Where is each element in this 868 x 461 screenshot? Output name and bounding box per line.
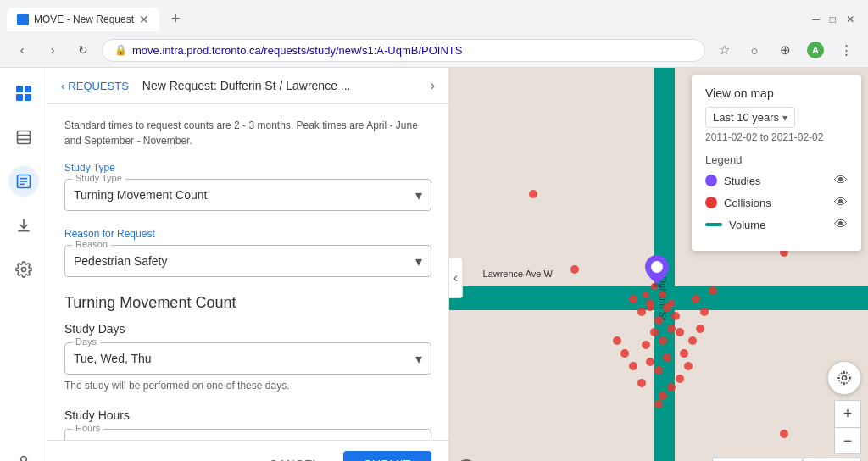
sidebar-item-user[interactable] [8,447,39,461]
reason-arrow-icon: ▾ [415,253,422,269]
collision-dot [684,362,693,370]
bookmark-button[interactable]: ☆ [712,38,736,62]
collapse-map-handle[interactable]: ‹ [449,258,463,298]
legend-panel-title: View on map [705,86,848,100]
reason-field[interactable]: Reason Pedestrian Safety ▾ [64,245,431,277]
study-hours-floating-label: Hours [72,423,103,433]
legend-filter: Last 10 years ▾ [705,107,848,128]
reason-section-label: Reason for Request [64,228,431,240]
zoom-out-button[interactable]: − [834,427,861,454]
legend-item-volume: Volume 👁 [705,217,848,232]
legend-panel: View on map Last 10 years ▾ 2011-02-02 t… [692,75,861,251]
collision-dot [680,349,688,358]
study-days-floating-label: Days [72,336,100,347]
study-hours-label: Study Hours [64,408,431,422]
svg-point-17 [651,261,663,273]
study-type-field[interactable]: Study Type Turning Movement Count ▾ [64,179,431,211]
profile-icon[interactable]: A [804,38,827,62]
collision-dot [620,349,629,358]
volume-visibility-toggle[interactable]: 👁 [834,217,848,232]
collision-dot [671,312,680,320]
street-view-button[interactable]: STREET VIEW [712,458,802,461]
svg-point-14 [21,268,25,272]
study-hours-value: Routine [74,435,114,440]
locate-button[interactable] [827,361,861,395]
time-filter-arrow-icon: ▾ [782,112,787,124]
browser-tab[interactable]: MOVE - New Request ✕ [7,8,159,31]
collisions-dot-icon [705,197,717,208]
collision-dot [659,292,666,298]
study-type-value: Turning Movement Count [74,185,207,205]
svg-point-15 [20,457,26,462]
collision-dot [700,308,709,316]
svg-rect-2 [16,86,23,92]
collisions-visibility-toggle[interactable]: 👁 [834,195,848,210]
zoom-in-button[interactable]: + [834,400,861,427]
collision-dot [659,392,667,400]
collision-dot [709,286,717,295]
sidebar-item-settings[interactable] [8,254,39,285]
reason-select[interactable]: Pedestrian Safety ▾ [74,251,422,271]
collision-dot [650,328,659,336]
back-to-requests-button[interactable]: ‹ REQUESTS [61,80,129,92]
cancel-button[interactable]: CANCEL [255,451,333,461]
collision-dot [667,325,676,333]
collapse-panel-button[interactable]: › [431,78,435,93]
tab-title: MOVE - New Request [34,14,134,25]
studies-visibility-toggle[interactable]: 👁 [834,173,848,188]
study-days-label: Study Days [64,322,431,336]
title-bar: MOVE - New Request ✕ + ─ □ ✕ [0,0,868,33]
aerial-view-button[interactable]: AERIAL [803,458,861,461]
study-hours-select[interactable]: Routine ▾ [74,435,422,440]
minimize-button[interactable]: ─ [812,14,820,25]
tab-favicon [17,14,29,25]
menu-button[interactable]: ⋮ [834,38,858,62]
study-type-floating-label: Study Type [72,173,125,183]
reload-button[interactable]: ↻ [71,38,95,62]
study-days-select[interactable]: Tue, Wed, Thu ▾ [74,348,422,369]
collision-dot [676,328,684,336]
legend-section-label: Legend [705,153,848,166]
collision-dot [642,341,650,349]
url-bar[interactable]: 🔒 move.intra.prod.toronto.ca/requests/st… [102,39,705,62]
reason-section: Reason for Request Reason Pedestrian Saf… [64,228,431,277]
study-hours-section: Study Hours Hours Routine ▾ [64,408,431,440]
svg-rect-5 [25,94,31,101]
study-location-pin [645,255,669,291]
tab-close-button[interactable]: ✕ [139,13,149,26]
lock-icon: 🔒 [114,44,127,56]
study-days-hint: The study will be performed on one of th… [64,380,431,392]
collision-dot [696,325,704,333]
svg-rect-6 [17,131,30,144]
map-panel: ‹ Lawrence Ave W Dufferin St [449,68,868,461]
time-filter-dropdown[interactable]: Last 10 years ▾ [705,107,795,128]
study-type-arrow-icon: ▾ [415,187,422,203]
studies-dot-icon [705,175,717,186]
form-content: Standard times to request counts are 2 -… [47,104,448,440]
collision-dot [688,336,697,345]
svg-point-18 [843,376,847,380]
new-tab-button[interactable]: + [163,5,189,33]
address-bar: ‹ › ↻ 🔒 move.intra.prod.toronto.ca/reque… [0,33,868,67]
maximize-button[interactable]: □ [830,14,836,25]
sidebar-item-download[interactable] [8,210,39,241]
sidebar-item-layers[interactable] [8,122,39,153]
account-circle-icon[interactable]: ○ [743,38,766,62]
study-hours-field[interactable]: Hours Routine ▾ [64,429,431,440]
collision-dot [654,316,663,325]
sidebar-item-requests[interactable] [8,166,39,197]
collision-dot [676,375,684,383]
reason-floating-label: Reason [72,239,111,249]
study-days-field[interactable]: Days Tue, Wed, Thu ▾ [64,342,431,375]
close-button[interactable]: ✕ [846,14,854,25]
extensions-icon[interactable]: ⊕ [773,38,797,62]
back-button[interactable]: ‹ [10,38,34,62]
forward-button[interactable]: › [41,38,64,62]
study-type-select[interactable]: Turning Movement Count ▾ [74,185,422,205]
collision-dot [643,292,649,298]
toolbar-icons: ☆ ○ ⊕ A ⋮ [712,38,858,62]
form-panel: ‹ REQUESTS New Request: Dufferin St / La… [47,68,449,461]
submit-button[interactable]: SUBMIT [343,451,431,461]
map-zoom-controls: + − [834,400,861,454]
sidebar-logo[interactable] [8,78,39,108]
